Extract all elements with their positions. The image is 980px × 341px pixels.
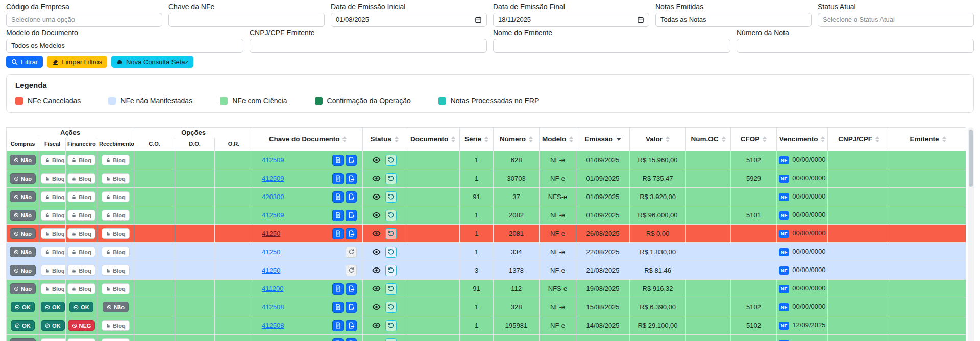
fiscal-action-button[interactable]: OK (41, 320, 65, 331)
history-button[interactable] (385, 247, 397, 258)
compras-action-button[interactable]: Não (10, 173, 36, 184)
chave-documento-link[interactable]: 41250 (262, 248, 280, 256)
financeiro-action-button[interactable]: Bloq (67, 210, 95, 221)
compras-action-button[interactable]: Não (10, 338, 36, 341)
history-button[interactable] (385, 155, 397, 166)
calendar-icon[interactable] (637, 16, 644, 23)
fiscal-action-button[interactable]: Bloq (41, 247, 66, 257)
financeiro-action-button[interactable]: Bloq (67, 191, 95, 202)
modelo-documento-select[interactable] (6, 39, 243, 53)
recebimento-action-button[interactable]: Bloq (102, 173, 129, 184)
col-header-modelo[interactable]: Modelo (540, 128, 576, 151)
financeiro-action-button[interactable]: NEG (68, 320, 95, 331)
history-button[interactable] (385, 320, 397, 331)
chave-documento-link[interactable]: 41250 (262, 266, 280, 274)
codigo-empresa-select[interactable] (6, 13, 162, 27)
chave-documento-link[interactable]: 412509 (262, 211, 284, 219)
recebimento-action-button[interactable]: Bloq (102, 210, 129, 221)
recebimento-action-button[interactable]: Bloq (102, 247, 129, 257)
danfe-button[interactable] (332, 191, 344, 203)
history-button[interactable] (385, 210, 397, 221)
col-header-vencimento[interactable]: Vencimento (777, 128, 828, 151)
filtrar-button[interactable]: Filtrar (6, 56, 43, 68)
chave-documento-link[interactable]: 412509 (262, 175, 284, 182)
view-details-eye-button[interactable] (372, 321, 381, 330)
compras-action-button[interactable]: Não (10, 191, 36, 202)
chave-documento-link[interactable]: 41250 (262, 230, 280, 237)
view-details-eye-button[interactable] (372, 229, 381, 238)
chave-documento-link[interactable]: 411200 (262, 285, 283, 293)
fiscal-action-button[interactable]: Bloq (41, 155, 66, 165)
chave-documento-link[interactable]: 412508 (262, 303, 284, 311)
col-header-cfop[interactable]: CFOP (731, 128, 777, 151)
financeiro-action-button[interactable]: OK (69, 302, 93, 312)
financeiro-action-button[interactable]: Bloq (67, 265, 95, 276)
view-details-eye-button[interactable] (372, 284, 381, 293)
danfe-button[interactable] (332, 155, 344, 166)
export-button[interactable] (346, 283, 357, 295)
recebimento-action-button[interactable]: Bloq (102, 320, 129, 331)
recebimento-action-button[interactable]: Bloq (102, 228, 129, 239)
history-button[interactable] (385, 191, 397, 203)
view-details-eye-button[interactable] (372, 211, 381, 220)
view-details-eye-button[interactable] (372, 303, 381, 311)
export-button[interactable] (346, 302, 357, 313)
view-details-eye-button[interactable] (372, 156, 381, 164)
view-details-eye-button[interactable] (372, 266, 381, 275)
view-details-eye-button[interactable] (372, 248, 381, 256)
col-header-emissao[interactable]: Emissão (576, 128, 630, 151)
danfe-button[interactable] (332, 302, 344, 313)
danfe-button[interactable] (332, 320, 344, 331)
view-details-eye-button[interactable] (372, 192, 381, 201)
notas-emitidas-select[interactable] (655, 13, 812, 27)
fiscal-action-button[interactable]: Bloq (41, 265, 66, 276)
compras-action-button[interactable]: Não (10, 247, 36, 257)
compras-action-button[interactable]: Não (10, 283, 36, 294)
recebimento-action-button[interactable]: Bloq (102, 265, 129, 276)
calendar-icon[interactable] (475, 16, 482, 23)
history-button[interactable] (385, 338, 397, 341)
fiscal-action-button[interactable]: OK (41, 302, 65, 312)
fiscal-action-button[interactable]: Bloq (41, 191, 66, 202)
chave-documento-link[interactable]: 412509 (262, 156, 284, 164)
col-header-cnpj-cpf[interactable]: CNPJ/CPF (828, 128, 890, 151)
numero-nota-input[interactable] (737, 39, 974, 53)
financeiro-action-button[interactable]: Bloq (67, 155, 95, 165)
vertical-scrollbar[interactable] (968, 127, 974, 341)
col-header-status[interactable]: Status (363, 128, 406, 151)
status-atual-select[interactable] (818, 13, 974, 27)
col-header-num-oc[interactable]: Núm.OC (686, 128, 731, 151)
fiscal-action-button[interactable]: Bloq (41, 338, 66, 341)
danfe-button[interactable] (332, 228, 344, 239)
fiscal-action-button[interactable]: Bloq (41, 228, 66, 239)
chave-nfe-input[interactable] (168, 13, 325, 27)
col-header-chave-documento[interactable]: Chave do Documento (253, 128, 363, 151)
danfe-button[interactable] (332, 210, 344, 221)
danfe-button[interactable] (332, 338, 344, 341)
data-emissao-inicial-input[interactable]: 01/08/2025 (331, 13, 487, 27)
compras-action-button[interactable]: OK (11, 302, 35, 312)
danfe-button[interactable] (332, 283, 344, 295)
col-header-documento[interactable]: Documento (406, 128, 460, 151)
history-button[interactable] (385, 302, 397, 313)
refresh-button[interactable] (346, 247, 357, 258)
col-header-valor[interactable]: Valor (630, 128, 686, 151)
compras-action-button[interactable]: Não (10, 228, 36, 239)
financeiro-action-button[interactable]: Bloq (67, 247, 95, 257)
scrollbar-thumb[interactable] (969, 130, 973, 187)
export-button[interactable] (346, 173, 357, 184)
export-button[interactable] (346, 320, 357, 331)
fiscal-action-button[interactable]: Bloq (41, 283, 66, 294)
nova-consulta-sefaz-button[interactable]: Nova Consulta Sefaz (111, 56, 193, 68)
recebimento-action-button[interactable]: Não (103, 302, 129, 312)
view-details-eye-button[interactable] (372, 174, 381, 183)
refresh-button[interactable] (346, 265, 357, 276)
recebimento-action-button[interactable]: Bloq (102, 338, 129, 341)
chave-documento-link[interactable]: 412508 (262, 322, 284, 329)
compras-action-button[interactable]: Não (10, 155, 36, 165)
financeiro-action-button[interactable]: Bloq (67, 283, 95, 294)
export-button[interactable] (346, 338, 357, 341)
export-button[interactable] (346, 155, 357, 166)
col-header-emitente[interactable]: Emitente (890, 128, 966, 151)
fiscal-action-button[interactable]: Bloq (41, 173, 66, 184)
